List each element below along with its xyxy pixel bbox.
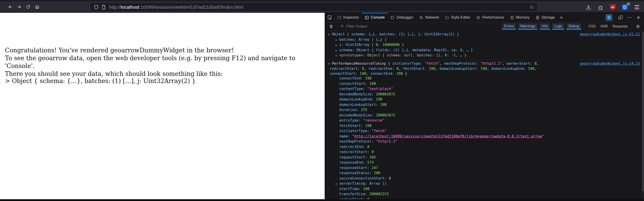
console-token: encodedBodySize: <box>339 113 376 117</box>
console-token: , … } <box>462 48 473 52</box>
filter-warnings-button[interactable]: Warnings <box>518 23 538 30</box>
console-row: entryType: "resource" <box>325 118 644 123</box>
tab-debugger[interactable]: Debugger <box>388 13 416 22</box>
home-button[interactable] <box>33 3 42 11</box>
console-row: redirectStart: 0, redirectEnd: 0, fetchS… <box>325 66 644 71</box>
bookmark-star-icon[interactable]: ☆ <box>530 4 534 10</box>
console-scrollbar[interactable] <box>642 32 644 198</box>
console-row: connectEnd: 198 <box>325 76 644 81</box>
page-sample-output: > Object { schema: {…}, batches: (1) […]… <box>5 77 196 85</box>
clear-console-button[interactable] <box>328 23 334 30</box>
console-token: 0 <box>362 66 364 71</box>
close-devtools-icon <box>636 15 640 20</box>
console-row: nextHopProtocol: "http/1.1" <box>325 139 644 144</box>
console-token: , <box>502 61 506 66</box>
downloads-button[interactable] <box>584 3 592 11</box>
console-token: , <box>435 66 440 71</box>
responsive-mode-button[interactable] <box>617 14 624 21</box>
expand-arrow-icon[interactable]: ▶ <box>336 43 339 48</box>
devtools-extension-button[interactable] <box>606 14 612 21</box>
tab-console[interactable]: Console <box>362 13 388 22</box>
expand-arrow-icon[interactable]: ▶ <box>336 182 339 186</box>
collapse-arrow-icon[interactable]: ▼ <box>328 62 332 66</box>
console-token: 198 <box>396 72 403 76</box>
console-token: connectEnd: <box>370 72 396 76</box>
pick-element-button[interactable] <box>325 13 334 22</box>
console-token: responseEnd: <box>339 160 367 164</box>
console-token: , <box>534 66 536 71</box>
twisty-spacer <box>336 140 339 144</box>
app-menu-button[interactable] <box>633 3 641 11</box>
tab-performance[interactable]: Performance <box>473 13 507 22</box>
trash-icon <box>329 24 334 29</box>
back-icon <box>8 4 13 10</box>
devtools-options-button[interactable] <box>626 14 633 21</box>
forward-button[interactable] <box>15 3 24 11</box>
console-row: ▼PerformanceResourceTiming { initiatorTy… <box>325 61 644 66</box>
filter-logs-button[interactable]: Logs <box>552 23 564 30</box>
console-token: 10000000 <box>382 42 400 47</box>
console-token: domainLookupStart: <box>440 66 480 71</box>
console-row: decodedBodySize: 200002072 <box>325 92 644 97</box>
page-info-icon[interactable] <box>101 5 106 10</box>
url-text[interactable]: http://localhost:10099/session/viewhtml1… <box>109 4 530 10</box>
debugger-icon <box>390 16 395 20</box>
filter-debug-button[interactable]: Debug <box>566 23 581 30</box>
tab-label: Console <box>371 15 385 20</box>
twisty-spacer <box>336 118 339 123</box>
source-link[interactable]: geoarrowDummyWidget.js:41:21 <box>580 32 640 37</box>
console-token: "fetch" <box>372 129 387 133</box>
extensions-button[interactable] <box>596 3 604 11</box>
ublock-button[interactable]: uO <box>609 3 617 11</box>
password-manager-button[interactable]: 2 <box>621 3 629 11</box>
console-url-link[interactable]: http://localhost:10099/session/viewhtml1… <box>354 134 542 138</box>
console-token: workerStart: <box>506 61 534 66</box>
console-settings-button[interactable] <box>634 23 641 30</box>
console-token: requestStart: <box>339 155 370 159</box>
console-token: redirectEnd: <box>339 144 367 149</box>
expand-arrow-icon[interactable]: ▶ <box>336 53 339 58</box>
source-link[interactable]: geoarrowDummyWidget.js:24:23 <box>580 61 640 66</box>
console-token: secureConnectionStart: <box>339 176 389 180</box>
filter-errors-button[interactable]: Errors <box>502 23 516 30</box>
shield-permissions-icon[interactable] <box>94 5 99 10</box>
filter-requests-button[interactable]: Requests <box>611 24 629 29</box>
console-token: fetchStart: <box>403 66 429 71</box>
console-token: initiatorType: <box>339 129 372 133</box>
ublock-icon: uO <box>610 4 616 10</box>
tab-memory[interactable]: Memory <box>507 13 532 22</box>
filter-info-button[interactable]: Info <box>540 23 550 30</box>
twisty-spacer <box>336 192 339 197</box>
page-paragraph: Congratulations! You've rendered geoarro… <box>5 46 325 78</box>
reload-button[interactable] <box>24 3 33 11</box>
filter-xhr-button[interactable]: XHR <box>599 24 609 29</box>
console-icon <box>365 16 369 20</box>
tab-inspector[interactable]: Inspector <box>334 13 362 22</box>
menu-icon <box>634 5 639 9</box>
console-token: 0 <box>367 197 370 200</box>
expand-arrow-icon[interactable]: ▶ <box>336 48 339 53</box>
url-bar[interactable]: http://localhost:10099/session/viewhtml1… <box>91 3 537 11</box>
console-token: 0 <box>389 176 391 180</box>
browser-toolbar: http://localhost:10099/session/viewhtml1… <box>0 0 644 13</box>
back-button[interactable] <box>6 3 15 11</box>
console-token: redirectEnd: <box>368 66 396 71</box>
expand-arrow-icon[interactable]: ▶ <box>336 38 339 42</box>
console-row: ▶j: Uint32Array [ 0, 10000000 ] <box>325 42 644 48</box>
tab-style-editor[interactable]: Style Editor <box>442 13 473 22</box>
devtools-close-button[interactable] <box>635 14 642 21</box>
console-row: ▶serverTiming: Array [] <box>325 181 644 186</box>
more-tabs-button[interactable] <box>558 13 565 22</box>
gear-icon <box>636 24 640 29</box>
console-token: 0 <box>367 144 370 149</box>
tab-network[interactable]: Network <box>416 13 442 22</box>
filter-css-button[interactable]: CSS <box>587 24 597 29</box>
scrollbar-thumb[interactable] <box>642 32 644 191</box>
ublock-label: uO <box>611 6 614 8</box>
console-token: 198 <box>363 187 370 191</box>
devtools-panel: Inspector Console Debugger Network Style… <box>325 13 644 199</box>
filter-output-input[interactable]: Filter Output <box>340 24 499 29</box>
console-token: responseStart: <box>339 166 372 170</box>
collapse-arrow-icon[interactable]: ▼ <box>328 32 332 37</box>
tab-storage[interactable]: Storage <box>532 13 558 22</box>
